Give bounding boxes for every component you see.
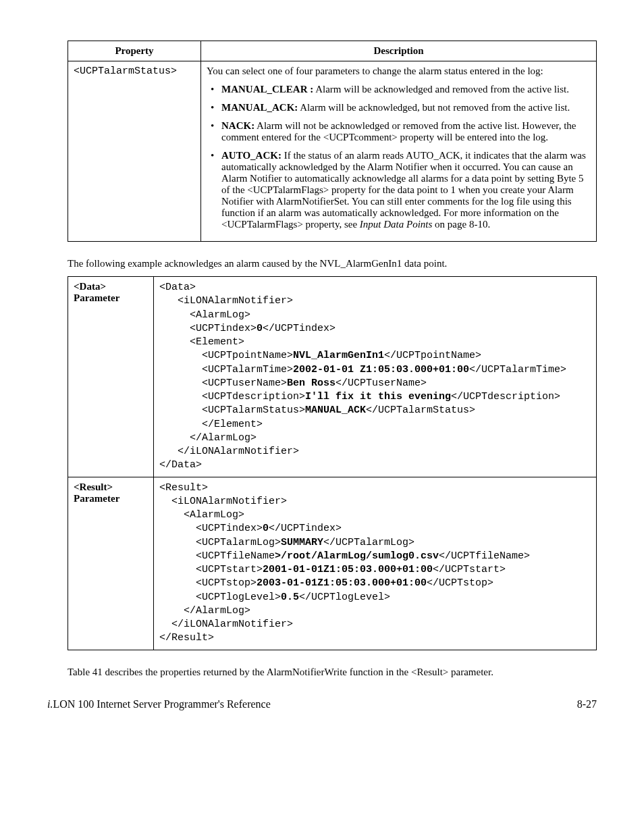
bullet-manual-clear: MANUAL_CLEAR : Alarm will be acknowledge… xyxy=(207,84,591,95)
th-property: Property xyxy=(68,41,201,61)
example-intro: The following example acknowledges an al… xyxy=(68,258,597,269)
page-footer: i.LON 100 Internet Server Programmer's R… xyxy=(47,698,597,710)
result-param-code: <Result> <iLONAlarmNotifier> <AlarmLog> … xyxy=(154,477,597,650)
bullet-auto-ack: AUTO_ACK: If the status of an alarm read… xyxy=(207,150,591,230)
data-param-code: <Data> <iLONAlarmNotifier> <AlarmLog> <U… xyxy=(154,277,597,477)
bullet-nack: NACK: Alarm will not be acknowledged or … xyxy=(207,120,591,143)
footer-page-number: 8-27 xyxy=(577,698,597,710)
footer-title: i.LON 100 Internet Server Programmer's R… xyxy=(47,698,271,710)
prop-name-cell: <UCPTalarmStatus> xyxy=(68,61,201,242)
bullet-manual-ack: MANUAL_ACK: Alarm will be acknowledged, … xyxy=(207,102,591,113)
result-param-label: <Result> Parameter xyxy=(68,477,154,650)
desc-intro: You can select one of four parameters to… xyxy=(207,66,591,77)
property-table: Property Description <UCPTalarmStatus> Y… xyxy=(68,41,597,242)
xml-example-table: <Data> Parameter <Data> <iLONAlarmNotifi… xyxy=(68,276,597,650)
data-param-label: <Data> Parameter xyxy=(68,277,154,477)
prop-desc-cell: You can select one of four parameters to… xyxy=(201,61,597,242)
closing-para: Table 41 describes the properties return… xyxy=(68,667,597,678)
th-description: Description xyxy=(201,41,597,61)
